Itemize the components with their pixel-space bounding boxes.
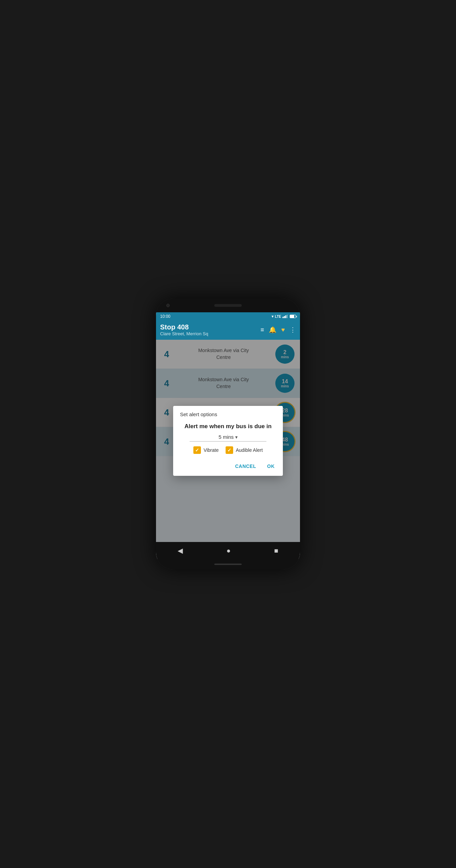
content-area: 4 Monkstown Ave via CityCentre 2 mins 4 … — [156, 340, 300, 542]
nav-bar: ◀ ● ■ — [156, 542, 300, 559]
bell-icon[interactable]: 🔔 — [269, 326, 276, 334]
phone-screen: 10:00 ▾ LTE Stop 408 Clare Street, Merri — [156, 312, 300, 559]
dropdown-value[interactable]: 5 mins — [218, 434, 233, 440]
lte-label: LTE — [275, 315, 281, 318]
dropdown-row: 5 mins ▾ — [180, 434, 276, 440]
battery-fill — [290, 315, 294, 318]
dialog-actions: CANCEL OK — [173, 459, 283, 476]
dialog-header: Set alert options — [173, 406, 283, 420]
status-icons: ▾ LTE — [272, 314, 296, 319]
app-header: Stop 408 Clare Street, Merrion Sq ≡ 🔔 ♥ … — [156, 321, 300, 340]
header-title-group: Stop 408 Clare Street, Merrion Sq — [160, 323, 261, 336]
chevron-down-icon[interactable]: ▾ — [235, 434, 238, 440]
cancel-button[interactable]: CANCEL — [232, 462, 259, 470]
audible-checkbox[interactable]: ✓ — [226, 446, 233, 454]
vibrate-check-icon: ✓ — [195, 447, 199, 453]
vibrate-label: Vibrate — [204, 447, 219, 453]
header-actions: ≡ 🔔 ♥ ⋮ — [261, 326, 296, 334]
stop-subtitle: Clare Street, Merrion Sq — [160, 331, 261, 336]
filter-icon[interactable]: ≡ — [261, 326, 264, 334]
back-button[interactable]: ◀ — [178, 546, 183, 555]
recents-button[interactable]: ■ — [274, 547, 278, 555]
vibrate-checkbox-item: ✓ Vibrate — [193, 446, 219, 454]
dialog-body: Alert me when my bus is due in 5 mins ▾ … — [173, 420, 283, 459]
home-button[interactable]: ● — [226, 547, 230, 555]
heart-icon[interactable]: ♥ — [281, 326, 285, 334]
home-indicator — [214, 564, 242, 565]
camera-dot — [166, 304, 170, 307]
battery-icon — [290, 315, 296, 318]
stop-title: Stop 408 — [160, 323, 261, 331]
phone-bottom-bezel — [156, 559, 300, 569]
phone-top-bezel — [156, 299, 300, 312]
wifi-icon: ▾ — [272, 314, 274, 319]
dialog-title: Set alert options — [180, 411, 217, 417]
audible-label: Audible Alert — [236, 447, 263, 453]
alert-dialog: Set alert options Alert me when my bus i… — [173, 406, 283, 476]
more-icon[interactable]: ⋮ — [290, 326, 296, 334]
dialog-message: Alert me when my bus is due in — [180, 423, 276, 430]
signal-bars — [283, 315, 288, 318]
vibrate-checkbox[interactable]: ✓ — [193, 446, 201, 454]
phone-frame: 10:00 ▾ LTE Stop 408 Clare Street, Merri — [156, 299, 300, 569]
audible-checkbox-item: ✓ Audible Alert — [226, 446, 263, 454]
dialog-overlay: Set alert options Alert me when my bus i… — [156, 340, 300, 542]
status-bar: 10:00 ▾ LTE — [156, 312, 300, 321]
dropdown-underline — [190, 441, 266, 442]
speaker-grille — [214, 304, 242, 307]
audible-check-icon: ✓ — [227, 447, 231, 453]
status-time: 10:00 — [160, 314, 170, 319]
checkboxes-row: ✓ Vibrate ✓ Audible Alert — [180, 446, 276, 454]
ok-button[interactable]: OK — [264, 462, 277, 470]
